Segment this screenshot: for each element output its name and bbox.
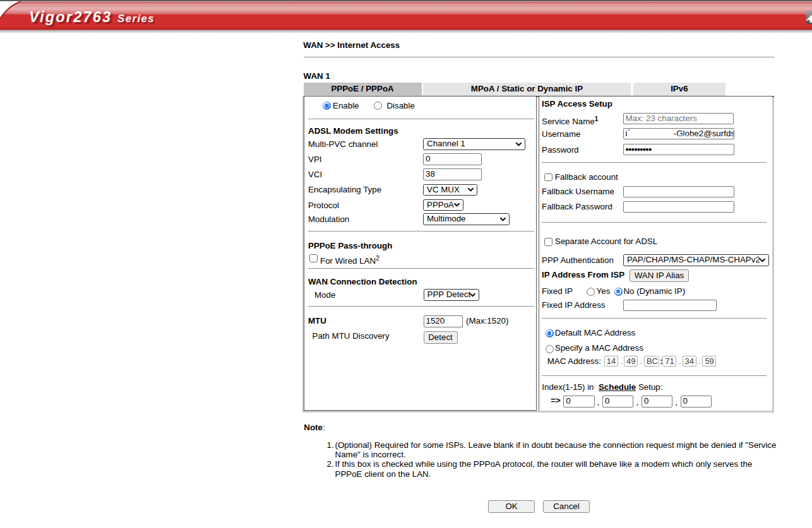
svg-text:Series: Series <box>117 13 155 25</box>
svg-text:Vigor2763: Vigor2763 <box>29 9 112 25</box>
